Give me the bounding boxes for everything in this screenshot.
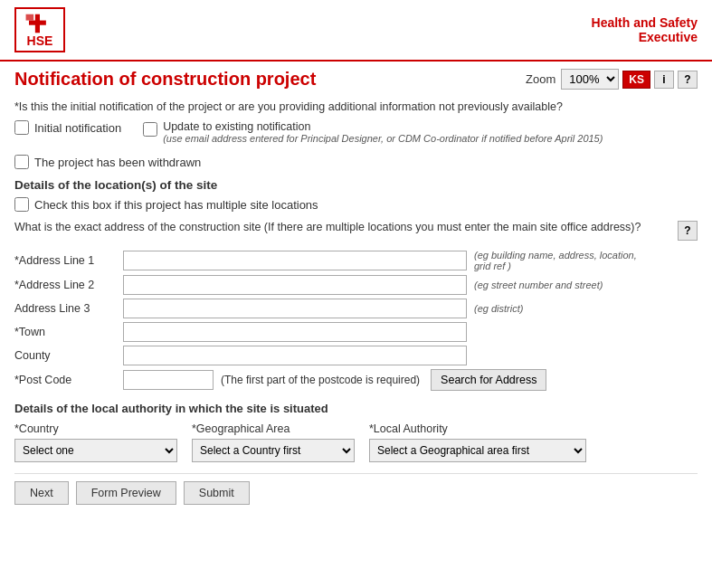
town-label: *Town bbox=[14, 326, 123, 338]
address-line2-row: *Address Line 2 (eg street number and st… bbox=[14, 275, 698, 295]
title-controls: Zoom 100% 50% 75% 125% 150% KS i ? bbox=[526, 69, 698, 90]
form-preview-button[interactable]: Form Preview bbox=[76, 481, 176, 505]
address-line1-label: *Address Line 1 bbox=[14, 254, 123, 267]
info-button[interactable]: i bbox=[654, 71, 674, 89]
initial-notification-checkbox[interactable] bbox=[14, 120, 29, 135]
zoom-label: Zoom bbox=[526, 72, 555, 86]
hse-cross-icon bbox=[24, 13, 56, 34]
town-row: *Town bbox=[14, 322, 698, 342]
postcode-label: *Post Code bbox=[14, 374, 123, 386]
county-input[interactable] bbox=[123, 346, 467, 365]
button-row: Next Form Preview Submit bbox=[14, 473, 698, 512]
withdrawn-label: The project has been withdrawn bbox=[34, 156, 201, 169]
address-line1-input[interactable] bbox=[123, 251, 467, 270]
address-line2-input[interactable] bbox=[123, 275, 467, 295]
hse-logo: HSE bbox=[14, 7, 65, 52]
global-help-button[interactable]: ? bbox=[678, 71, 698, 89]
search-address-button[interactable]: Search for Address bbox=[431, 369, 546, 391]
address-question-row: What is the exact address of the constru… bbox=[14, 221, 698, 241]
zoom-select[interactable]: 100% 50% 75% 125% 150% bbox=[561, 69, 619, 90]
svg-rect-1 bbox=[29, 21, 46, 25]
postcode-hint: (The first part of the postcode is requi… bbox=[221, 374, 420, 386]
local-authority-label: *Local Authority bbox=[369, 422, 586, 435]
withdrawn-checkbox[interactable] bbox=[14, 155, 29, 169]
local-authority-select[interactable]: Select a Geographical area first bbox=[369, 439, 586, 462]
local-auth-heading: Details of the local authority in which … bbox=[14, 402, 698, 415]
org-line2: Executive bbox=[592, 30, 698, 44]
postcode-row: *Post Code (The first part of the postco… bbox=[14, 369, 698, 391]
initial-question: *Is this the initial notification of the… bbox=[14, 100, 698, 113]
submit-button[interactable]: Submit bbox=[184, 481, 250, 505]
page-title: Notification of construction project bbox=[14, 69, 316, 90]
address-line3-label: Address Line 3 bbox=[14, 302, 123, 315]
county-label: County bbox=[14, 349, 123, 362]
county-row: County bbox=[14, 346, 698, 365]
address-line3-hint: (eg district) bbox=[474, 303, 523, 314]
address-line1-hint: (eg building name, address, location, gr… bbox=[474, 250, 637, 271]
svg-rect-2 bbox=[26, 14, 34, 21]
org-name: Health and Safety Executive bbox=[592, 15, 698, 44]
location-heading: Details of the location(s) of the site bbox=[14, 178, 698, 192]
next-button[interactable]: Next bbox=[14, 481, 69, 505]
address-help-button[interactable]: ? bbox=[678, 221, 698, 241]
address-line2-label: *Address Line 2 bbox=[14, 279, 123, 291]
org-line1: Health and Safety bbox=[592, 15, 698, 30]
notification-options: Initial notification Update to existing … bbox=[14, 120, 698, 144]
update-notification-label: Update to existing notification bbox=[163, 120, 603, 133]
postcode-input[interactable] bbox=[123, 370, 214, 390]
town-input[interactable] bbox=[123, 322, 467, 342]
page-header: HSE Health and Safety Executive bbox=[0, 0, 712, 62]
initial-notification-label: Initial notification bbox=[34, 121, 121, 135]
update-notification-sublabel: (use email address entered for Principal… bbox=[163, 133, 603, 144]
logo-text: HSE bbox=[27, 34, 53, 47]
multi-site-row: Check this box if this project has multi… bbox=[14, 197, 698, 212]
country-select[interactable]: Select one bbox=[14, 439, 177, 462]
title-bar: Notification of construction project Zoo… bbox=[0, 62, 712, 93]
country-label: *Country bbox=[14, 422, 177, 435]
multi-site-label: Check this box if this project has multi… bbox=[34, 198, 318, 212]
main-content: *Is this the initial notification of the… bbox=[0, 93, 712, 519]
country-field: *Country Select one bbox=[14, 422, 177, 462]
initial-notification-option[interactable]: Initial notification bbox=[14, 120, 121, 135]
geo-area-select[interactable]: Select a Country first bbox=[192, 439, 355, 462]
address-line3-input[interactable] bbox=[123, 299, 467, 318]
address-line2-hint: (eg street number and street) bbox=[474, 280, 603, 290]
address-form: *Address Line 1 (eg building name, addre… bbox=[14, 250, 698, 391]
local-authority-row: *Country Select one *Geographical Area S… bbox=[14, 422, 698, 462]
local-authority-field: *Local Authority Select a Geographical a… bbox=[369, 422, 586, 462]
address-line3-row: Address Line 3 (eg district) bbox=[14, 299, 698, 318]
geo-area-label: *Geographical Area bbox=[192, 422, 355, 435]
address-line1-row: *Address Line 1 (eg building name, addre… bbox=[14, 250, 698, 271]
multi-site-checkbox[interactable] bbox=[14, 197, 29, 212]
update-notification-checkbox[interactable] bbox=[143, 122, 157, 137]
update-notification-option: Update to existing notification (use ema… bbox=[143, 120, 603, 144]
address-question-text: What is the exact address of the constru… bbox=[14, 221, 670, 233]
ks-button[interactable]: KS bbox=[622, 71, 650, 89]
geo-area-field: *Geographical Area Select a Country firs… bbox=[192, 422, 355, 462]
withdrawn-row: The project has been withdrawn bbox=[14, 155, 698, 169]
